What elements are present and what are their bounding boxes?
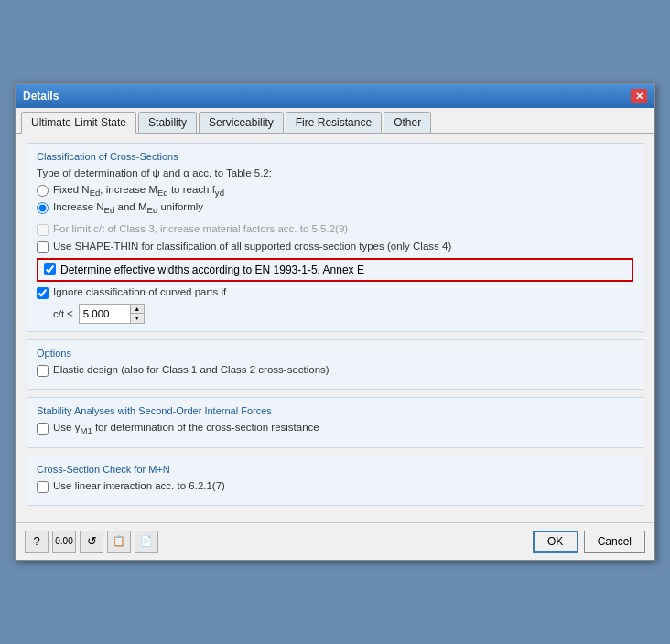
tab-bar: Ultimate Limit State Stability Serviceab…	[16, 108, 654, 134]
main-window: Details ✕ Ultimate Limit State Stability…	[15, 83, 655, 561]
cross-sections-title: Classification of Cross-Sections	[37, 151, 633, 162]
radio-fixed-input[interactable]	[37, 185, 49, 197]
cross-check-title: Cross-Section Check for M+N	[37, 464, 633, 475]
ct-spinner[interactable]: ▲ ▼	[79, 304, 145, 324]
checkbox-elastic-label: Elastic design (also for Class 1 and Cla…	[53, 364, 330, 375]
spinner-down[interactable]: ▼	[131, 314, 144, 323]
ct-label: c/t ≤	[53, 308, 73, 319]
tab-ultimate-limit-state[interactable]: Ultimate Limit State	[21, 112, 136, 134]
stability-section: Stability Analyses with Second-Order Int…	[27, 397, 643, 448]
options-title: Options	[37, 348, 633, 359]
radio-increase-input[interactable]	[37, 202, 49, 214]
checkbox-linear-label: Use linear interaction acc. to 6.2.1(7)	[53, 480, 225, 491]
bottom-right-buttons: OK Cancel	[533, 531, 645, 553]
help-button[interactable]: ?	[25, 531, 49, 553]
radio-fixed[interactable]: Fixed NEd, increase MEd to reach fyd	[37, 184, 633, 198]
type-label: Type of determination of ψ and α acc. to…	[37, 167, 633, 178]
undo-button[interactable]: ↺	[80, 531, 103, 553]
spinner-arrows: ▲ ▼	[130, 305, 144, 323]
paste-button[interactable]: 📄	[135, 531, 158, 553]
checkbox-elastic-input[interactable]	[37, 365, 49, 377]
copy-button[interactable]: 📋	[107, 531, 131, 553]
checkbox-shape-input[interactable]	[37, 242, 49, 253]
bottom-bar: ? 0.00 ↺ 📋 📄 OK Cancel	[16, 522, 654, 560]
cancel-button[interactable]: Cancel	[584, 531, 645, 553]
checkbox-linear-input[interactable]	[37, 481, 49, 493]
checkbox-limit-item: For limit c/t of Class 3, increase mater…	[37, 223, 633, 236]
checkbox-ignore-item: Ignore classification of curved parts if	[37, 286, 633, 299]
cross-sections-section: Classification of Cross-Sections Type of…	[27, 143, 643, 332]
radio-group: Fixed NEd, increase MEd to reach fyd Inc…	[37, 184, 633, 216]
spinner-up[interactable]: ▲	[131, 305, 144, 314]
radio-increase-label: Increase NEd and MEd uniformly	[53, 201, 203, 215]
close-button[interactable]: ✕	[631, 89, 647, 103]
title-bar: Details ✕	[16, 84, 654, 108]
bottom-left-icons: ? 0.00 ↺ 📋 📄	[25, 531, 158, 553]
tab-serviceability[interactable]: Serviceability	[199, 112, 284, 133]
radio-increase[interactable]: Increase NEd and MEd uniformly	[37, 201, 633, 215]
ct-row: c/t ≤ ▲ ▼	[53, 304, 633, 324]
options-section: Options Elastic design (also for Class 1…	[27, 339, 643, 390]
reset-button[interactable]: 0.00	[52, 531, 76, 553]
highlighted-effective-box: Determine effective widths according to …	[37, 258, 633, 282]
checkbox-ym1-input[interactable]	[37, 423, 49, 435]
checkbox-ym1-item: Use γM1 for determination of the cross-s…	[37, 422, 633, 435]
checkbox-limit-input[interactable]	[37, 224, 49, 236]
checkbox-shape-item: Use SHAPE-THIN for classification of all…	[37, 241, 633, 253]
tab-stability[interactable]: Stability	[138, 112, 197, 133]
checkbox-ignore-label: Ignore classification of curved parts if	[53, 286, 226, 297]
checkbox-ym1-label: Use γM1 for determination of the cross-s…	[53, 422, 319, 435]
checkbox-effective-input[interactable]	[44, 263, 56, 275]
cross-check-section: Cross-Section Check for M+N Use linear i…	[27, 456, 643, 506]
content-area: Classification of Cross-Sections Type of…	[16, 134, 654, 522]
checkbox-ignore-input[interactable]	[37, 287, 49, 299]
checkbox-limit-label: For limit c/t of Class 3, increase mater…	[53, 223, 348, 234]
checkbox-shape-label: Use SHAPE-THIN for classification of all…	[53, 241, 451, 252]
stability-title: Stability Analyses with Second-Order Int…	[37, 405, 633, 416]
window-title: Details	[23, 90, 59, 102]
radio-fixed-label: Fixed NEd, increase MEd to reach fyd	[53, 184, 224, 198]
ct-value-input[interactable]	[80, 305, 130, 323]
ok-button[interactable]: OK	[533, 531, 578, 553]
checkbox-elastic-item: Elastic design (also for Class 1 and Cla…	[37, 364, 633, 377]
checkbox-linear-item: Use linear interaction acc. to 6.2.1(7)	[37, 480, 633, 493]
tab-other[interactable]: Other	[384, 112, 431, 133]
checkbox-effective-label: Determine effective widths according to …	[60, 263, 364, 276]
tab-fire-resistance[interactable]: Fire Resistance	[286, 112, 382, 133]
